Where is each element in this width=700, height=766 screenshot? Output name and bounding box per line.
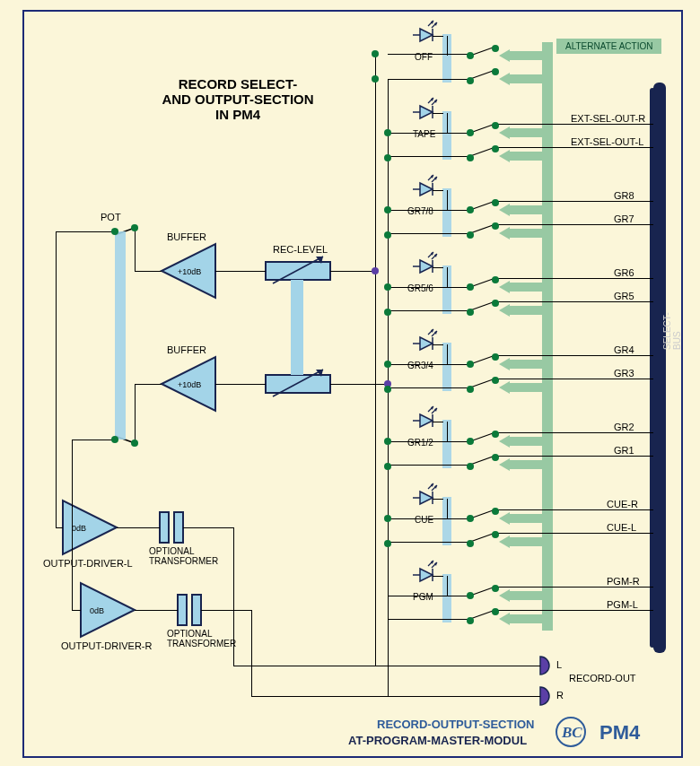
- sig-1-bot: EXT-SEL-OUT-L: [571, 136, 643, 147]
- switch-label-6: CUE: [415, 515, 433, 525]
- sig-2-bot: GR7: [614, 213, 634, 224]
- alt-action-label: ALTERNATE ACTION: [556, 39, 661, 54]
- driver-r-gain: 0dB: [90, 606, 104, 615]
- switch-label-7: PGM: [413, 592, 433, 602]
- sig-5-top: GR2: [614, 422, 634, 432]
- buffer-label-top: BUFFER: [167, 231, 206, 242]
- diagram-title: RECORD SELECT- AND OUTPUT-SECTION IN PM4: [135, 76, 341, 122]
- sig-1-top: EXT-SEL-OUT-R: [571, 113, 645, 124]
- title-line1: RECORD SELECT-: [179, 76, 298, 91]
- sig-3-top: GR6: [614, 267, 634, 278]
- sig-7-top: PGM-R: [607, 576, 640, 587]
- pot-gang-bar: [115, 231, 126, 440]
- select-bus-label: SELECT-BUS: [662, 312, 682, 350]
- footer-line1: RECORD-OUTPUT-SECTION: [377, 718, 535, 731]
- sig-4-top: GR4: [614, 344, 634, 355]
- switch-label-0: OFF: [415, 52, 433, 62]
- sig-4-bot: GR3: [614, 368, 634, 379]
- driver-r-label: OUTPUT-DRIVER-R: [61, 640, 152, 651]
- sig-6-bot: CUE-L: [607, 522, 636, 533]
- sig-6-top: CUE-R: [607, 499, 638, 509]
- xfmr-l-label: OPTIONAL TRANSFORMER: [149, 546, 218, 566]
- buffer-label-bot: BUFFER: [167, 344, 206, 355]
- rail-top-upper: [375, 54, 376, 666]
- record-out-l: L: [556, 659, 562, 670]
- rec-level-label: REC-LEVEL: [273, 244, 328, 255]
- sig-7-bot: PGM-L: [607, 599, 638, 610]
- driver-l-gain: 0dB: [72, 524, 86, 533]
- switch-label-4: GR3/4: [407, 361, 433, 370]
- select-bus-bar: [653, 83, 666, 653]
- footer-line2: AT-PROGRAM-MASTER-MODUL: [348, 734, 527, 747]
- switch-label-1: TAPE: [413, 129, 435, 139]
- title-line3: IN PM4: [215, 107, 260, 122]
- buffer-gain-top: +10dB: [178, 267, 201, 276]
- record-out-r: R: [556, 690, 564, 701]
- title-line2: AND OUTPUT-SECTION: [162, 91, 313, 107]
- record-out-label: RECORD-OUT: [569, 673, 636, 683]
- driver-l-label: OUTPUT-DRIVER-L: [43, 558, 133, 569]
- select-bus-bar-left: [650, 88, 655, 648]
- switch-label-5: GR1/2: [407, 438, 433, 448]
- switch-label-3: GR5/6: [407, 283, 433, 293]
- buffer-gain-bot: +10dB: [178, 380, 201, 389]
- alt-action-bar: [542, 42, 553, 631]
- switch-label-2: GR7/8: [407, 206, 433, 216]
- sig-3-bot: GR5: [614, 291, 634, 301]
- footer-product: PM4: [599, 721, 640, 744]
- pot-label: POT: [101, 212, 121, 222]
- xfmr-r-label: OPTIONAL TRANSFORMER: [167, 629, 236, 648]
- sig-2-top: GR8: [614, 190, 634, 201]
- sig-5-bot: GR1: [614, 445, 634, 456]
